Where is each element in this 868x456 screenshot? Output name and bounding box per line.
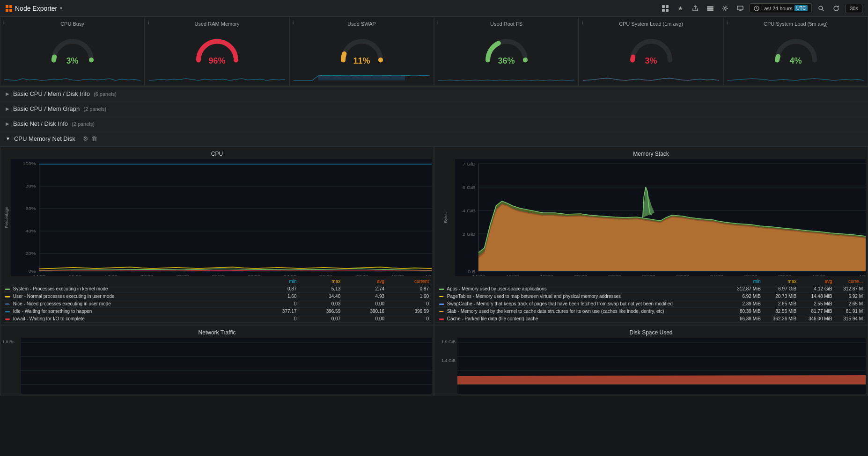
navbar: Node Exporter ▾ ★ Last 24 hours UTC — [0, 0, 868, 17]
mem-legend-dot-0 — [439, 289, 444, 290]
svg-text:20%: 20% — [26, 251, 36, 256]
svg-marker-74 — [457, 375, 866, 384]
cpu-legend-max-0: 5.13 — [299, 285, 343, 293]
trash-section-icon[interactable]: 🗑 — [91, 135, 97, 142]
section-label-2: Basic Net / Disk Info — [13, 120, 68, 127]
gauge-title-4: CPU System Load (1m avg) — [583, 21, 719, 27]
section-basic-cpu-mem-graph[interactable]: ▶ Basic CPU / Mem Graph (2 panels) — [0, 101, 868, 116]
svg-rect-6 — [707, 10, 713, 11]
cpu-legend-header-min: min — [256, 278, 300, 285]
gauge-value-2: 11% — [353, 56, 370, 66]
memory-chart-wrapper: Bytes 7 GiB 6 GiB 4 GiB 2 G — [436, 159, 866, 276]
mem-legend-avg-3: 81.77 MiB — [799, 308, 835, 315]
sparkline-1 — [149, 70, 285, 82]
share-icon[interactable] — [690, 3, 701, 14]
cpu-legend-current-2: 0 — [387, 300, 432, 308]
mem-legend-row-4[interactable]: Cache - Parked file data (file content) … — [436, 315, 866, 323]
refresh-icon[interactable] — [831, 3, 842, 14]
mem-legend-label-0: Apps - Memory used by user-space applica… — [436, 285, 728, 293]
svg-text:14:00: 14:00 — [33, 274, 46, 276]
section-cpu-memory-net-disk-header[interactable]: ▼ CPU Memory Net Disk ⚙ 🗑 — [0, 131, 868, 146]
svg-point-10 — [819, 6, 823, 10]
mem-legend-header-avg: avg — [799, 278, 835, 285]
cpu-legend-row-4[interactable]: Iowait - Waiting for I/O to complete 0 0… — [2, 315, 432, 323]
network-chart-title: Network Traffic — [2, 329, 432, 336]
dashboard-icon[interactable] — [660, 3, 671, 14]
cpu-legend-header-label — [2, 278, 256, 285]
mem-legend-row-0[interactable]: Apps - Memory used by user-space applica… — [436, 285, 866, 293]
cpu-legend-min-1: 1.60 — [256, 293, 300, 300]
app-dropdown-icon[interactable]: ▾ — [60, 6, 62, 11]
mem-legend-current-3: 81.91 M — [835, 308, 866, 315]
network-y-tick: 1.0 Bs — [2, 340, 15, 344]
svg-text:16:00: 16:00 — [506, 274, 520, 276]
star-icon[interactable]: ★ — [675, 3, 686, 14]
gauge-cpu-busy: i CPU Busy 3% — [0, 17, 145, 86]
cpu-legend-avg-0: 2.74 — [343, 285, 387, 293]
disk-y-tick-1: 1.4 GiB — [441, 358, 456, 363]
cpu-legend-dot-2 — [5, 304, 10, 304]
memory-chart-area: 7 GiB 6 GiB 4 GiB 2 GiB 0 B 14:00 16:00 … — [455, 159, 866, 276]
cpu-legend-min-0: 0.87 — [256, 285, 300, 293]
disk-y-tick-0: 1.9 GiB — [441, 340, 456, 344]
mem-legend-row-2[interactable]: SwapCache - Memory that keeps track of p… — [436, 300, 866, 308]
svg-text:00:00: 00:00 — [642, 274, 655, 276]
arrow-basic-cpu-mem-graph: ▶ — [6, 106, 9, 111]
section-basic-net-disk[interactable]: ▶ Basic Net / Disk Info (2 panels) — [0, 116, 868, 131]
disk-chart-area — [457, 338, 866, 394]
mem-legend-min-0: 312.87 MiB — [728, 285, 764, 293]
refresh-interval[interactable]: 30s — [846, 4, 862, 13]
svg-text:40%: 40% — [26, 229, 36, 233]
svg-text:12:00: 12:00 — [859, 274, 866, 276]
cpu-y-label: Percentage — [4, 207, 9, 228]
bottom-charts: Network Traffic 1.0 Bs Disk Space Used 1… — [0, 325, 868, 396]
gear-icon[interactable] — [720, 3, 731, 14]
monitor-icon[interactable] — [735, 3, 746, 14]
cpu-legend-row-0[interactable]: System - Processes executing in kernel m… — [2, 285, 432, 293]
app-logo[interactable]: Node Exporter ▾ — [6, 5, 62, 12]
search-icon[interactable] — [816, 3, 827, 14]
section-basic-cpu-mem-disk[interactable]: ▶ Basic CPU / Mem / Disk Info (6 panels) — [0, 87, 868, 101]
settings-alt-icon[interactable] — [705, 3, 716, 14]
sparkline-2 — [294, 70, 430, 82]
disk-space-panel: Disk Space Used 1.9 GiB 1.4 GiB — [434, 325, 868, 396]
mem-legend-row-3[interactable]: Slab - Memory used by the kernel to cach… — [436, 308, 866, 315]
mem-legend-row-1[interactable]: PageTables - Memory used to map between … — [436, 293, 866, 300]
gauge-display-3: 36% — [438, 29, 574, 68]
svg-text:04:00: 04:00 — [284, 274, 297, 276]
section-count-1: (2 panels) — [83, 106, 106, 112]
cpu-legend-dot-3 — [5, 311, 10, 312]
svg-text:16:00: 16:00 — [69, 274, 82, 276]
cpu-chart-title: CPU — [2, 151, 432, 157]
svg-text:0 B: 0 B — [468, 269, 476, 274]
svg-text:22:00: 22:00 — [608, 274, 622, 276]
mem-legend-dot-1 — [439, 296, 444, 297]
svg-text:14:00: 14:00 — [472, 274, 485, 276]
mem-legend-current-4: 315.94 M — [835, 315, 866, 323]
mem-legend-min-2: 2.39 MiB — [728, 300, 764, 308]
cpu-legend-dot-1 — [5, 296, 10, 297]
cpu-legend-row-1[interactable]: User - Normal processes executing in use… — [2, 293, 432, 300]
info-icon-2: i — [293, 20, 294, 25]
network-chart-wrapper: 1.0 Bs — [2, 338, 432, 394]
gauge-title-1: Used RAM Memory — [149, 21, 285, 27]
svg-text:02:00: 02:00 — [676, 274, 690, 276]
cpu-legend-max-2: 0.03 — [299, 300, 343, 308]
svg-text:0%: 0% — [29, 269, 36, 274]
memory-legend-table: min max avg curre... Apps - Memory used … — [436, 278, 866, 323]
app-title: Node Exporter — [15, 5, 57, 12]
mem-legend-label-2: SwapCache - Memory that keeps track of p… — [436, 300, 728, 308]
settings-section-icon[interactable]: ⚙ — [83, 135, 88, 142]
arrow-basic-net-disk: ▶ — [6, 121, 9, 126]
disk-y-labels: 1.9 GiB 1.4 GiB — [436, 338, 457, 394]
gauge-title-0: CPU Busy — [4, 21, 140, 27]
section-label-1: Basic CPU / Mem Graph — [13, 105, 80, 112]
cpu-legend-min-4: 0 — [256, 315, 300, 323]
gauge-title-3: Used Root FS — [438, 21, 574, 27]
charts-grid: CPU Percentage 100% 80% — [0, 146, 868, 325]
time-range-control[interactable]: Last 24 hours UTC — [750, 3, 812, 13]
cpu-legend-row-2[interactable]: Nice - Niced processes executing in user… — [2, 300, 432, 308]
svg-rect-2 — [662, 9, 665, 12]
gauge-display-0: 3% — [4, 29, 140, 68]
cpu-legend-row-3[interactable]: Idle - Waiting for something to happen 3… — [2, 308, 432, 315]
